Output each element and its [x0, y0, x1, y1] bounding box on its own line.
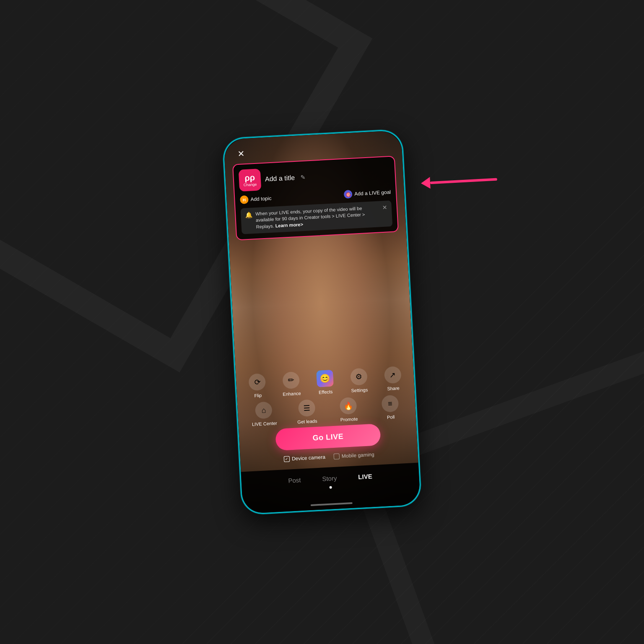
flip-icon-wrap: ⟳	[248, 372, 267, 392]
enhance-icon-wrap: ✏	[281, 371, 301, 390]
settings-icon: ⚙	[350, 368, 368, 386]
add-goal-label: Add a LIVE goal	[354, 189, 391, 197]
enhance-control[interactable]: ✏ Enhance	[279, 371, 304, 397]
promote-label: Promote	[340, 416, 358, 422]
promote-icon-wrap: 🔥	[339, 396, 358, 415]
live-center-control[interactable]: ⌂ LIVE Center	[251, 400, 277, 427]
phone-frame: ✕ ρρ Change Add a title ✎ H Add topic	[222, 129, 422, 515]
poll-icon-wrap: ≡	[380, 394, 400, 413]
share-icon: ↗	[384, 366, 401, 384]
tab-story[interactable]: Story	[319, 473, 340, 484]
settings-control[interactable]: ⚙ Settings	[347, 367, 371, 393]
poll-control[interactable]: ≡ Poll	[378, 394, 402, 420]
enhance-label: Enhance	[283, 391, 301, 397]
bottom-nav: Post Story LIVE	[241, 462, 421, 514]
app-icon-label: Change	[244, 182, 257, 187]
flip-control[interactable]: ⟳ Flip	[245, 372, 270, 399]
poll-icon: ≡	[381, 395, 399, 413]
settings-label: Settings	[351, 387, 368, 393]
device-camera-option[interactable]: Device camera	[284, 454, 326, 462]
edit-icon[interactable]: ✎	[301, 174, 306, 181]
phone-wrapper: ✕ ρρ Change Add a title ✎ H Add topic	[222, 129, 422, 515]
notification-link[interactable]: Learn more>	[275, 222, 303, 228]
effects-image: 😊	[316, 370, 334, 387]
get-leads-label: Get leads	[297, 418, 317, 424]
get-leads-icon: ☰	[298, 399, 315, 417]
add-topic-label: Add topic	[250, 195, 272, 203]
tab-post[interactable]: Post	[285, 475, 304, 486]
share-icon-wrap: ↗	[383, 365, 402, 384]
title-row: ρρ Change Add a title ✎	[239, 162, 390, 192]
go-live-button[interactable]: Go LIVE	[275, 423, 381, 451]
promote-control[interactable]: 🔥 Promote	[336, 396, 361, 423]
arrow-line	[430, 178, 497, 184]
share-label: Share	[387, 386, 400, 392]
get-leads-icon-wrap: ☰	[297, 398, 316, 418]
bottom-controls: ⟳ Flip ✏ Enhance 😊	[236, 365, 418, 468]
flip-label: Flip	[254, 393, 262, 398]
flip-icon: ⟳	[249, 373, 266, 391]
settings-icon-wrap: ⚙	[349, 367, 369, 386]
app-icon-symbol: ρρ	[244, 173, 255, 182]
device-camera-checkbox	[284, 456, 290, 462]
live-center-icon: ⌂	[255, 402, 273, 419]
top-info-panel: ✕ ρρ Change Add a title ✎ H Add topic	[232, 156, 399, 240]
app-icon[interactable]: ρρ Change	[239, 169, 262, 192]
controls-row-2: ⌂ LIVE Center ☰ Get leads 🔥	[242, 393, 412, 427]
tab-live[interactable]: LIVE	[355, 471, 376, 483]
share-control[interactable]: ↗ Share	[381, 365, 405, 392]
effects-label: Effects	[319, 389, 333, 395]
get-leads-control[interactable]: ☰ Get leads	[295, 398, 319, 425]
enhance-icon: ✏	[282, 371, 300, 389]
add-topic-button[interactable]: H Add topic	[240, 194, 272, 204]
phone-screen: ✕ ρρ Change Add a title ✎ H Add topic	[223, 130, 421, 514]
notification-text: When your LIVE ends, your copy of the vi…	[255, 205, 380, 231]
poll-label: Poll	[387, 414, 395, 420]
home-indicator	[311, 502, 353, 506]
live-center-icon-wrap: ⌂	[254, 400, 273, 420]
device-camera-label: Device camera	[292, 454, 326, 462]
goal-icon: 🎯	[344, 190, 353, 199]
mobile-gaming-label: Mobile gaming	[341, 452, 374, 459]
mobile-gaming-option[interactable]: Mobile gaming	[333, 452, 374, 460]
promote-icon: 🔥	[340, 397, 357, 415]
effects-icon-wrap: 😊	[315, 369, 335, 388]
notification-bar: 🔔 When your LIVE ends, your copy of the …	[241, 200, 393, 234]
mobile-gaming-checkbox	[333, 453, 340, 460]
active-tab-indicator	[330, 486, 332, 488]
notification-close-button[interactable]: ✕	[382, 204, 387, 211]
arrow-head	[421, 177, 430, 189]
live-center-label: LIVE Center	[252, 421, 277, 427]
go-live-label: Go LIVE	[312, 432, 344, 442]
bell-icon: 🔔	[245, 211, 252, 218]
effects-control[interactable]: 😊 Effects	[313, 369, 337, 395]
title-placeholder[interactable]: Add a title	[265, 174, 295, 183]
close-button[interactable]: ✕	[234, 147, 248, 161]
add-goal-button[interactable]: 🎯 Add a LIVE goal	[344, 188, 391, 199]
effects-icon: 😊	[316, 370, 334, 387]
topic-icon: H	[240, 195, 249, 204]
